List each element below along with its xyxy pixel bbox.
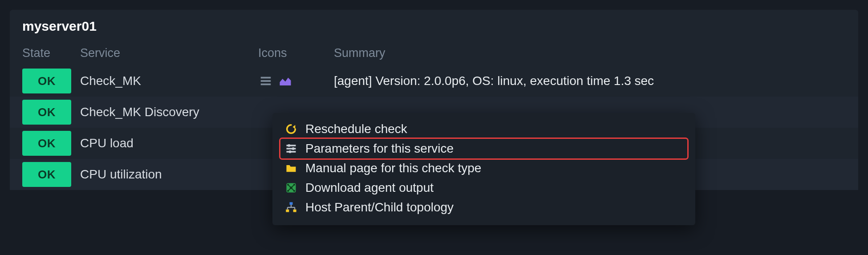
table-row[interactable]: OK Check_MK [agent] Version: 2.0.0p6, OS… bbox=[10, 65, 858, 97]
menu-icon[interactable] bbox=[258, 73, 273, 89]
state-badge-ok: OK bbox=[22, 100, 71, 125]
menu-item-label: Parameters for this service bbox=[305, 142, 454, 156]
svg-point-7 bbox=[288, 144, 290, 147]
menu-item-reschedule[interactable]: Reschedule check bbox=[280, 119, 687, 139]
header-summary: Summary bbox=[334, 46, 846, 60]
sliders-icon bbox=[283, 141, 299, 157]
menu-item-manual[interactable]: Manual page for this check type bbox=[280, 158, 687, 178]
service-name[interactable]: Check_MK bbox=[80, 74, 258, 88]
header-state: State bbox=[22, 46, 80, 60]
menu-item-topology[interactable]: Host Parent/Child topology bbox=[280, 198, 687, 217]
context-menu: Reschedule check Parameters for this ser… bbox=[272, 113, 695, 225]
state-badge-ok: OK bbox=[22, 69, 71, 93]
service-summary: [agent] Version: 2.0.0p6, OS: linux, exe… bbox=[334, 74, 846, 88]
state-badge-ok: OK bbox=[22, 162, 71, 187]
state-badge-ok: OK bbox=[22, 131, 71, 156]
menu-item-download-agent[interactable]: Download agent output bbox=[280, 178, 687, 198]
reload-icon bbox=[283, 121, 299, 137]
network-icon bbox=[283, 180, 299, 196]
svg-point-9 bbox=[289, 150, 292, 153]
svg-rect-20 bbox=[290, 202, 293, 205]
folder-icon bbox=[283, 160, 299, 176]
header-service: Service bbox=[80, 46, 258, 60]
service-name[interactable]: CPU utilization bbox=[80, 167, 258, 182]
menu-item-label: Manual page for this check type bbox=[305, 161, 481, 175]
service-name[interactable]: Check_MK Discovery bbox=[80, 105, 258, 119]
header-icons: Icons bbox=[258, 46, 334, 60]
svg-point-8 bbox=[292, 147, 295, 150]
service-name[interactable]: CPU load bbox=[80, 136, 258, 150]
row-icons bbox=[258, 73, 334, 89]
services-panel: myserver01 State Service Icons Summary O… bbox=[10, 10, 858, 190]
svg-rect-21 bbox=[286, 210, 289, 212]
chart-area-icon[interactable] bbox=[278, 73, 293, 89]
menu-item-label: Reschedule check bbox=[305, 122, 407, 136]
table-header: State Service Icons Summary bbox=[10, 42, 858, 65]
hierarchy-icon bbox=[283, 199, 299, 215]
svg-rect-22 bbox=[293, 210, 296, 212]
menu-item-label: Host Parent/Child topology bbox=[305, 200, 454, 215]
svg-marker-3 bbox=[293, 125, 296, 129]
host-title: myserver01 bbox=[10, 10, 858, 42]
menu-item-label: Download agent output bbox=[305, 181, 434, 195]
menu-item-parameters[interactable]: Parameters for this service bbox=[280, 139, 687, 158]
